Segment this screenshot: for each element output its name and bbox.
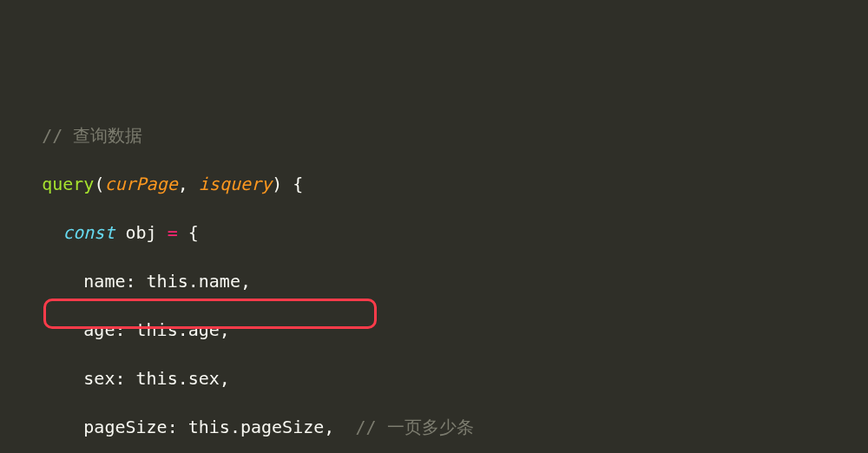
- comment: // 查询数据: [42, 125, 142, 146]
- code-line: const obj = {: [0, 220, 868, 245]
- code-line: age: this.age,: [0, 318, 868, 342]
- function-name: query: [42, 174, 94, 194]
- param: curPage: [104, 174, 177, 194]
- keyword-const: const: [62, 222, 115, 243]
- code-line: pageSize: this.pageSize, // 一页多少条: [0, 415, 868, 439]
- code-editor[interactable]: // 查询数据 query(curPage, isquery) { const …: [0, 97, 868, 453]
- code-line: // 查询数据: [0, 123, 868, 148]
- code-line: query(curPage, isquery) {: [0, 172, 868, 196]
- code-line: name: this.name,: [0, 269, 868, 293]
- comment: // 一页多少条: [355, 417, 473, 437]
- param: isquery: [199, 174, 272, 194]
- code-line: sex: this.sex,: [0, 366, 868, 391]
